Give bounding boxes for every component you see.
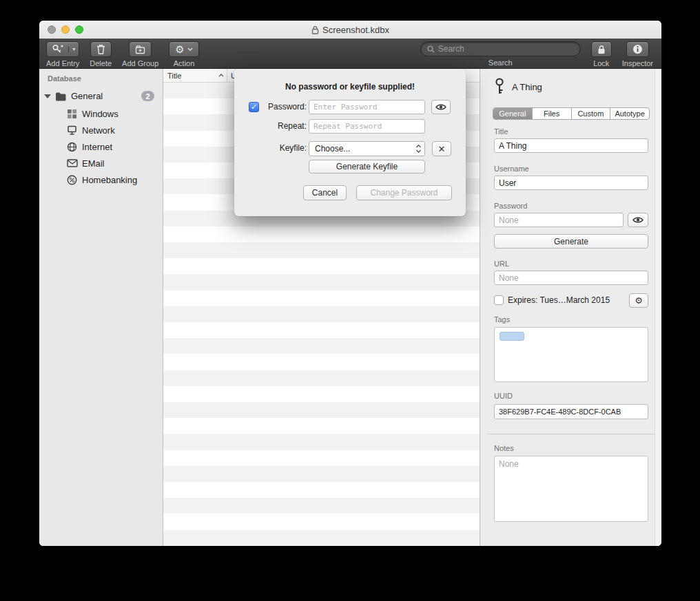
url-field[interactable] [494, 271, 648, 285]
dialog-repeat-label: Repeat: [259, 119, 307, 134]
sidebar: Database General 2 [39, 69, 163, 546]
window-title: Screenshot.kdbx [322, 25, 389, 35]
add-entry-label: Add Entry [46, 59, 79, 67]
sidebar-item-label: Internet [82, 142, 112, 152]
change-password-dialog: No password or keyfile supplied! ✓ Passw… [234, 69, 466, 216]
keyfile-popup-value: Choose... [315, 144, 350, 154]
lock-icon [597, 45, 606, 54]
traffic-lights [48, 25, 83, 34]
inspector-tabs: General Files Custom Autotype [493, 107, 650, 120]
tab-autotype[interactable]: Autotype [610, 108, 649, 119]
info-icon [632, 44, 643, 54]
expires-settings-button[interactable]: ⚙ [629, 293, 648, 308]
username-field[interactable] [494, 176, 648, 190]
dialog-password-input[interactable] [309, 100, 425, 114]
inspector-button[interactable] [626, 41, 649, 57]
column-header-title[interactable]: Title [163, 69, 227, 82]
tag-chip[interactable] [500, 332, 524, 341]
add-entry-button[interactable]: ▾ [46, 41, 79, 57]
disclosure-triangle-icon[interactable] [44, 94, 51, 98]
generate-keyfile-button[interactable]: Generate Keyfile [309, 160, 425, 173]
dialog-repeat-input[interactable] [309, 119, 425, 134]
title-field-label: Title [494, 127, 508, 136]
notes-field[interactable] [494, 456, 648, 522]
sort-ascending-icon [218, 74, 224, 77]
delete-label: Delete [90, 59, 112, 67]
lock-button[interactable] [591, 41, 612, 57]
inspector-panel: A Thing General Files Custom Autotype Ti… [480, 69, 661, 546]
folder-icon [55, 92, 67, 101]
add-group-button[interactable] [129, 41, 152, 57]
titlebar[interactable]: Screenshot.kdbx [39, 21, 661, 39]
title-field[interactable] [494, 138, 648, 153]
sidebar-item-homebanking[interactable]: Homebanking [39, 171, 163, 188]
key-icon [494, 78, 505, 96]
tags-label: Tags [494, 315, 510, 324]
gear-icon: ⚙ [175, 44, 184, 54]
entry-title: A Thing [512, 82, 542, 92]
dialog-password-label: Password: [259, 100, 307, 114]
notes-label: Notes [494, 444, 514, 452]
inspector-scrollbar[interactable] [655, 69, 661, 546]
folder-plus-icon [135, 45, 145, 54]
eye-icon [632, 216, 644, 224]
sidebar-section-header: Database [48, 74, 81, 83]
percent-coin-icon [67, 175, 77, 185]
action-button[interactable]: ⚙ [169, 41, 198, 57]
url-field-label: URL [494, 260, 509, 268]
toolbar: ▾ Add Entry Delete [39, 39, 661, 69]
sidebar-item-label: EMail [82, 158, 105, 169]
inspector-divider [487, 434, 655, 434]
dialog-reveal-password-button[interactable] [431, 100, 451, 114]
sidebar-group-label: General [71, 91, 103, 101]
cancel-button[interactable]: Cancel [303, 185, 347, 200]
document-lock-icon [311, 25, 319, 34]
keyfile-popup[interactable]: Choose... [309, 141, 425, 156]
close-icon: ✕ [438, 145, 446, 154]
zoom-button[interactable] [75, 25, 83, 34]
expires-checkbox[interactable] [494, 295, 504, 305]
key-plus-icon [47, 44, 68, 54]
password-field[interactable] [494, 213, 624, 227]
tab-files[interactable]: Files [533, 108, 572, 119]
search-icon [427, 45, 435, 53]
sidebar-item-label: Network [82, 125, 115, 136]
checkmark-icon: ✓ [251, 103, 257, 111]
minimize-button[interactable] [61, 25, 70, 34]
sidebar-item-network[interactable]: Network [39, 122, 163, 138]
inspector-label: Inspector [622, 59, 653, 67]
password-checkbox[interactable]: ✓ [249, 102, 259, 112]
delete-button[interactable] [90, 41, 112, 57]
sidebar-item-email[interactable]: EMail [39, 155, 163, 171]
sidebar-item-windows[interactable]: Windows [39, 105, 163, 122]
uuid-field[interactable] [494, 404, 648, 419]
window-title-row: Screenshot.kdbx [39, 21, 661, 39]
trash-icon [96, 44, 105, 54]
entry-header: A Thing [494, 78, 542, 96]
tab-custom[interactable]: Custom [572, 108, 611, 119]
sidebar-item-internet[interactable]: Internet [39, 138, 163, 155]
add-entry-dropdown[interactable]: ▾ [68, 46, 79, 52]
windows-icon [67, 109, 77, 119]
lock-label: Lock [593, 59, 609, 67]
sidebar-item-label: Windows [82, 109, 119, 119]
envelope-icon [67, 159, 78, 167]
close-button[interactable] [48, 25, 56, 34]
reveal-password-button[interactable] [628, 213, 648, 227]
search-field[interactable] [420, 41, 581, 56]
username-field-label: Username [494, 165, 529, 173]
tags-box[interactable] [494, 327, 648, 382]
generate-password-button[interactable]: Generate [494, 234, 648, 249]
chevron-down-icon [187, 48, 193, 51]
globe-icon [67, 142, 77, 152]
network-icon [67, 125, 77, 136]
tab-general[interactable]: General [493, 108, 533, 119]
search-input[interactable] [438, 44, 574, 54]
sidebar-group-general[interactable]: General 2 [39, 88, 163, 104]
add-group-label: Add Group [122, 59, 158, 67]
eye-icon [435, 103, 446, 111]
gear-icon: ⚙ [635, 295, 643, 306]
clear-keyfile-button[interactable]: ✕ [432, 141, 451, 156]
change-password-button[interactable]: Change Password [356, 185, 452, 200]
app-window: Screenshot.kdbx ▾ Add Entry [39, 21, 661, 546]
